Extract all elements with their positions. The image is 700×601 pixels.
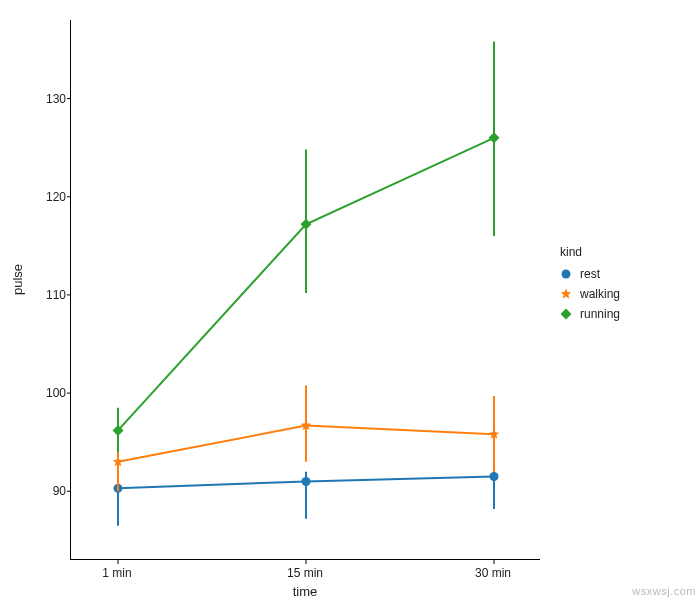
x-tick-label: 1 min <box>87 566 147 580</box>
y-tick-label: 100 <box>36 386 66 400</box>
diamond-icon <box>560 308 572 320</box>
watermark-text: wsxwsj.com <box>632 585 696 597</box>
svg-point-11 <box>302 477 311 486</box>
svg-point-20 <box>562 270 571 279</box>
y-tick-label: 120 <box>36 190 66 204</box>
legend-items: restwalkingrunning <box>560 265 620 323</box>
svg-point-13 <box>490 472 499 481</box>
legend-row: running <box>560 305 620 323</box>
y-tick-label: 110 <box>36 288 66 302</box>
legend-row: rest <box>560 265 620 283</box>
y-tick-label: 130 <box>36 92 66 106</box>
x-axis-label: time <box>70 584 540 599</box>
legend-row: walking <box>560 285 620 303</box>
legend-title: kind <box>560 245 620 259</box>
chart-svg <box>71 20 541 560</box>
legend-label: walking <box>580 287 620 301</box>
legend-label: rest <box>580 267 600 281</box>
legend-label: running <box>580 307 620 321</box>
x-tick-label: 30 min <box>463 566 523 580</box>
plot-area <box>70 20 540 560</box>
chart-container: pulse time kind restwalkingrunning wsxws… <box>0 0 700 601</box>
y-tick-label: 90 <box>36 484 66 498</box>
star-icon <box>560 288 572 300</box>
legend: kind restwalkingrunning <box>560 245 620 325</box>
x-tick-label: 15 min <box>275 566 335 580</box>
circle-icon <box>560 268 572 280</box>
y-axis-label: pulse <box>10 264 25 295</box>
